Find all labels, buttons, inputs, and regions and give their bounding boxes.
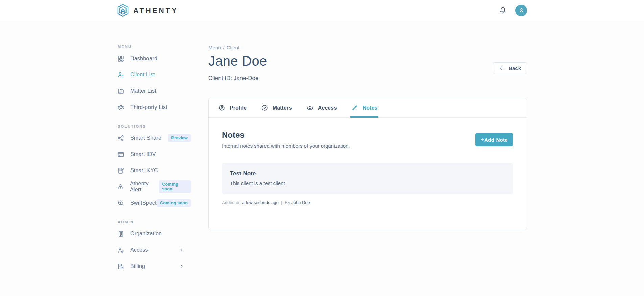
building-icon (117, 230, 124, 237)
sidebar-section-menu: MENU Dashboard (117, 45, 191, 115)
client-list-icon (117, 71, 124, 78)
sidebar-item-client-list[interactable]: Client List (117, 67, 191, 83)
tab-label: Notes (363, 105, 377, 111)
user-gear-icon (117, 247, 124, 254)
notes-subheading: Internal notes shared with members of yo… (222, 143, 350, 149)
note-title: Test Note (230, 170, 505, 177)
back-button-label: Back (509, 65, 521, 71)
plus-icon: + (481, 136, 484, 143)
sidebar-item-matter-list[interactable]: Matter List (117, 83, 191, 99)
sidebar-item-swiftspect[interactable]: SwiftSpect Coming soon (117, 195, 191, 211)
user-circle-icon (218, 104, 225, 111)
coming-soon-badge: Coming soon (157, 199, 191, 207)
sidebar-item-label: Matter List (130, 88, 156, 94)
section-label-admin: ADMIN (118, 220, 191, 224)
tab-label: Profile (230, 105, 247, 111)
tab-profile[interactable]: Profile (218, 98, 247, 117)
section-label-menu: MENU (118, 45, 191, 49)
chevron-right-icon (179, 248, 184, 252)
sidebar-section-solutions: SOLUTIONS Smart Share Preview (117, 124, 191, 211)
document-check-icon (117, 167, 124, 174)
note-meta-added-on: Added on (222, 200, 241, 205)
sidebar-item-label: Athenty Alert (130, 181, 159, 193)
sidebar-item-label: Smart Share (130, 135, 161, 141)
folder-icon (117, 88, 124, 95)
sidebar-item-label: Client List (130, 72, 155, 78)
pencil-icon (351, 105, 358, 111)
brand-logo[interactable]: ATHENTY (117, 4, 178, 17)
warning-triangle-icon (117, 183, 124, 190)
tab-label: Matters (273, 105, 292, 111)
tab-label: Access (318, 105, 337, 111)
breadcrumb: Menu/Client (208, 45, 527, 50)
share-icon (117, 135, 124, 142)
sidebar-section-admin: ADMIN Organization (117, 220, 191, 274)
tab-access[interactable]: Access (306, 98, 337, 117)
sidebar-item-smart-share[interactable]: Smart Share Preview (117, 130, 191, 146)
note-meta-by: By (285, 200, 290, 205)
main-content: Menu/Client Jane Doe Client ID: Jane-Doe… (208, 45, 527, 283)
section-label-solutions: SOLUTIONS (118, 124, 191, 128)
sidebar-item-label: Organization (130, 231, 162, 237)
notes-tab-content: Notes Internal notes shared with members… (209, 118, 527, 230)
sidebar-item-dashboard[interactable]: Dashboard (117, 50, 191, 67)
notes-heading-block: Notes Internal notes shared with members… (222, 130, 350, 149)
sidebar-item-label: SwiftSpect (130, 200, 157, 206)
arrow-left-icon (499, 65, 505, 71)
sidebar-item-billing[interactable]: Billing (117, 258, 191, 274)
sidebar-item-label: Dashboard (130, 55, 157, 62)
page-header: Menu/Client Jane Doe Client ID: Jane-Doe… (208, 45, 527, 82)
page-title: Jane Doe (208, 53, 527, 69)
tab-matters[interactable]: Matters (261, 98, 292, 117)
user-avatar[interactable] (515, 5, 527, 16)
users-icon (306, 104, 314, 111)
top-navigation-bar: ATHENTY (0, 0, 644, 21)
note-meta-author: John Doe (291, 200, 310, 205)
notification-bell-icon[interactable] (499, 6, 507, 14)
dashboard-grid-icon (117, 55, 124, 62)
breadcrumb-separator: / (223, 45, 225, 50)
brand-name: ATHENTY (133, 6, 178, 15)
note-body: This client is a test client (230, 180, 505, 186)
id-card-icon (117, 151, 124, 158)
magnifier-plus-icon (117, 200, 124, 207)
add-note-label: Add Note (484, 137, 508, 143)
note-meta-time: a few seconds ago (242, 200, 278, 205)
people-group-icon (117, 104, 124, 111)
sidebar-item-label: Smart KYC (130, 167, 158, 174)
client-detail-panel: Profile Matters (208, 98, 527, 230)
sidebar-item-smart-idv[interactable]: Smart IDV (117, 146, 191, 162)
billing-receipt-icon (117, 263, 124, 270)
note-meta: Added on a few seconds ago | By John Doe (222, 200, 513, 205)
sidebar: MENU Dashboard (117, 45, 191, 283)
chevron-right-icon (179, 264, 184, 269)
sidebar-item-label: Billing (130, 263, 145, 269)
breadcrumb-menu[interactable]: Menu (208, 45, 221, 50)
tab-bar: Profile Matters (209, 98, 527, 118)
preview-badge: Preview (168, 134, 191, 142)
sidebar-item-label: Smart IDV (130, 151, 156, 157)
note-meta-separator: | (281, 200, 282, 205)
sidebar-item-smart-kyc[interactable]: Smart KYC (117, 162, 191, 179)
note-card: Test Note This client is a test client (222, 163, 513, 194)
sidebar-item-label: Third-party List (130, 104, 167, 110)
breadcrumb-client[interactable]: Client (227, 45, 239, 50)
sidebar-item-third-party-list[interactable]: Third-party List (117, 99, 191, 115)
sidebar-item-organization[interactable]: Organization (117, 226, 191, 242)
athenty-logo-icon (117, 4, 129, 17)
sidebar-item-access[interactable]: Access (117, 242, 191, 258)
coming-soon-badge: Coming soon (159, 180, 191, 193)
back-button[interactable]: Back (493, 62, 527, 74)
sidebar-item-athenty-alert[interactable]: Athenty Alert Coming soon (117, 179, 191, 195)
tab-notes[interactable]: Notes (351, 98, 377, 117)
client-id-text: Client ID: Jane-Doe (208, 75, 527, 82)
sidebar-item-label: Access (130, 247, 148, 253)
check-circle-icon (261, 104, 268, 111)
notes-heading: Notes (222, 130, 350, 140)
add-note-button[interactable]: + Add Note (475, 133, 513, 146)
